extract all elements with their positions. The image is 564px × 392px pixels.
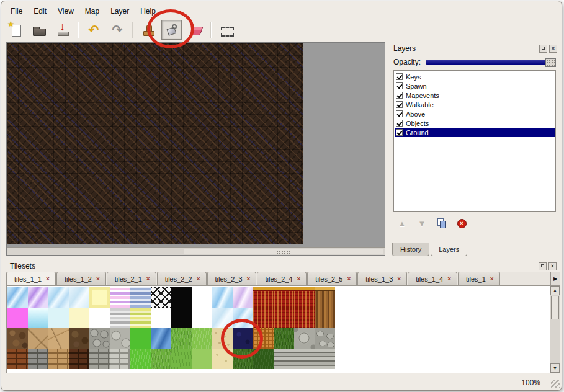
tileset-tab[interactable]: tiles_1_3 × — [357, 272, 407, 285]
tile-grass-darker[interactable] — [253, 349, 274, 369]
layer-visibility-checkbox[interactable] — [396, 101, 403, 108]
tile-pillar-top[interactable] — [315, 287, 335, 308]
tile-water-pink[interactable] — [233, 287, 253, 308]
map-horizontal-scrollbar[interactable] — [7, 247, 385, 255]
menu-item[interactable]: File — [5, 5, 28, 17]
tile-water-light[interactable] — [233, 308, 253, 328]
tile-cobble-light[interactable] — [110, 328, 130, 349]
close-tab-icon[interactable]: × — [347, 276, 351, 282]
layer-visibility-checkbox[interactable] — [396, 120, 403, 127]
tileset-tab[interactable]: tiles_1_4 × — [408, 272, 457, 285]
delete-layer-button[interactable]: × — [455, 217, 468, 229]
close-tab-icon[interactable]: × — [96, 276, 100, 282]
fill-tool-button[interactable] — [161, 20, 182, 40]
tile-water-purple[interactable] — [28, 287, 48, 308]
tileset-tab[interactable]: tiles_2_5 × — [307, 272, 357, 285]
tile-white[interactable] — [192, 308, 212, 328]
tile-water-light[interactable] — [48, 287, 69, 308]
tile-grass-pale[interactable] — [192, 349, 212, 369]
layer-row[interactable]: Mapevents — [395, 91, 555, 100]
tileset-tab[interactable]: tiles_2_4 × — [257, 272, 307, 285]
tile-white[interactable] — [89, 308, 110, 328]
tile-rock-brown[interactable] — [7, 328, 28, 349]
tile-rock-dark[interactable] — [69, 328, 89, 349]
opacity-slider[interactable] — [426, 60, 556, 65]
tile-water-pale[interactable] — [212, 308, 233, 328]
layer-row[interactable]: Objects — [395, 118, 555, 128]
rect-select-tool-button[interactable] — [216, 20, 236, 40]
layer-visibility-checkbox[interactable] — [396, 92, 403, 99]
close-tab-icon[interactable]: × — [247, 276, 251, 282]
close-tab-icon[interactable]: × — [297, 276, 301, 282]
tile-lattice[interactable] — [151, 287, 171, 308]
tile-stripes-pink[interactable] — [110, 287, 130, 308]
tile-stone-tan[interactable] — [28, 328, 48, 349]
tileset-tab[interactable]: tiles_1_2 × — [56, 272, 106, 285]
layer-row[interactable]: Ground — [395, 128, 555, 137]
tile-grass[interactable] — [151, 349, 171, 369]
tile-brick-tan[interactable] — [48, 349, 69, 369]
tile-water-spark[interactable] — [212, 287, 233, 308]
tile-grass-dark[interactable] — [233, 349, 253, 369]
map-canvas[interactable] — [7, 43, 303, 244]
layer-row[interactable]: Keys — [395, 72, 555, 81]
move-layer-down-button[interactable]: ▼ — [416, 217, 428, 229]
tile-carpet[interactable] — [294, 308, 315, 328]
tileset-tab[interactable]: tiles_1 × — [458, 272, 500, 285]
tile-cyan-grad[interactable] — [28, 308, 48, 328]
tile-brick-dark[interactable] — [69, 349, 89, 369]
menu-item[interactable]: Edit — [28, 5, 52, 17]
tile-water-pale[interactable] — [69, 287, 89, 308]
tile-brick-gray[interactable] — [28, 349, 48, 369]
resize-grip[interactable] — [551, 380, 560, 388]
close-tab-icon[interactable]: × — [447, 276, 451, 282]
close-tab-icon[interactable]: × — [490, 276, 494, 282]
tile-grass-mid[interactable] — [171, 349, 192, 369]
tile-water-dark[interactable] — [151, 328, 171, 349]
close-tab-icon[interactable]: × — [146, 276, 150, 282]
undo-button[interactable]: ↶ — [83, 20, 104, 40]
save-button[interactable] — [52, 20, 73, 40]
tile-water-blue[interactable] — [7, 287, 28, 308]
close-panel-icon[interactable]: × — [548, 262, 557, 270]
tile-brick-gray2[interactable] — [89, 349, 110, 369]
layer-visibility-checkbox[interactable] — [396, 110, 403, 117]
scroll-up-button[interactable]: ▲ — [550, 286, 560, 295]
tile-carpet[interactable] — [253, 308, 274, 328]
float-panel-icon[interactable] — [539, 262, 547, 270]
tile-hbrick[interactable] — [294, 349, 315, 369]
tile-carpet-top[interactable] — [253, 287, 274, 308]
tile-hbrick[interactable] — [315, 349, 335, 369]
panel-tab[interactable]: Layers — [431, 243, 467, 256]
tile-stripes-blue[interactable] — [130, 287, 151, 308]
tileset-tab[interactable]: tiles_2_3 × — [207, 272, 257, 285]
tile-carpet[interactable] — [274, 308, 294, 328]
layer-visibility-checkbox[interactable] — [396, 129, 403, 136]
tile-sand[interactable] — [212, 328, 233, 349]
tile-sand-pale[interactable] — [212, 349, 233, 369]
tile-grass-dark[interactable] — [274, 328, 294, 349]
scroll-tabs-right-button[interactable]: ▶ — [550, 272, 560, 285]
tile-hbrick[interactable] — [274, 349, 294, 369]
tile-grass-bright[interactable] — [130, 349, 151, 369]
open-button[interactable] — [29, 20, 49, 40]
tile-carpet-top[interactable] — [274, 287, 294, 308]
layer-visibility-checkbox[interactable] — [396, 82, 403, 89]
scroll-down-button[interactable]: ▼ — [550, 363, 560, 373]
tile-carpet-top[interactable] — [294, 287, 315, 308]
scrollbar-thumb[interactable] — [184, 249, 383, 254]
tileset-tab[interactable]: tiles_2_1 × — [107, 272, 156, 285]
tile-black[interactable] — [171, 308, 192, 328]
tile-stone-tan2[interactable] — [48, 328, 69, 349]
tile-cobble[interactable] — [89, 328, 110, 349]
tile-white[interactable] — [151, 308, 171, 328]
tile-pink[interactable] — [7, 308, 28, 328]
map-viewport[interactable] — [6, 42, 385, 256]
tile-pale-cyan[interactable] — [48, 308, 69, 328]
tile-yellow-border[interactable] — [89, 287, 110, 308]
close-tab-icon[interactable]: × — [46, 276, 50, 282]
tile-gray-stones[interactable] — [315, 328, 335, 349]
tile-pillar[interactable] — [315, 308, 335, 328]
tile-weave[interactable] — [253, 328, 274, 349]
tile-brick-light[interactable] — [110, 349, 130, 369]
